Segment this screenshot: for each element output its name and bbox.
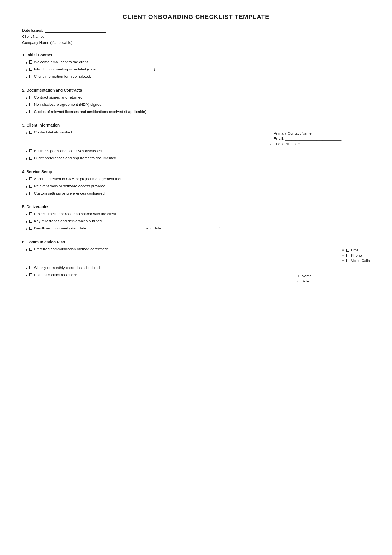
sections-container: 1. Initial Contact•Welcome email sent to…: [22, 53, 370, 284]
list-item: •Custom settings or preferences configur…: [22, 191, 370, 197]
sub-item-text: Email: ___________________________: [274, 137, 341, 141]
section-5: 5. Deliverables•Project timeline or road…: [22, 205, 370, 232]
sub-checkbox-icon[interactable]: [346, 259, 349, 262]
bullet-icon: •: [26, 75, 27, 80]
section-4-list: •Account created in CRM or project manag…: [22, 177, 370, 197]
bullet-icon: •: [26, 130, 27, 136]
list-item: •Client preferences and requirements doc…: [22, 156, 370, 162]
list-item: •Weekly or monthly check-ins scheduled.: [22, 266, 370, 271]
bullet-icon: •: [26, 247, 27, 253]
checkbox-icon[interactable]: [29, 273, 32, 276]
bullet-icon: •: [26, 219, 27, 224]
item-text: Custom settings or preferences configure…: [34, 191, 370, 195]
list-item: •Introduction meeting scheduled (date: _…: [22, 67, 370, 73]
company-name-field: Company Name (if applicable):: [22, 41, 370, 45]
page-title: CLIENT ONBOARDING CHECKLIST TEMPLATE: [22, 13, 370, 21]
list-item: •Key milestones and deliverables outline…: [22, 219, 370, 224]
sub-items-list: ○Email○Phone○Video Calls: [337, 248, 370, 264]
section-5-title: 5. Deliverables: [22, 205, 370, 209]
list-item: •Project timeline or roadmap shared with…: [22, 212, 370, 217]
sub-item-text: Phone: [351, 253, 362, 258]
bullet-icon: •: [26, 149, 27, 154]
section-5-list: •Project timeline or roadmap shared with…: [22, 212, 370, 232]
sub-list-item: ○Phone: [337, 253, 370, 258]
sub-item-text: Email: [351, 248, 360, 252]
list-item: •Business goals and objectives discussed…: [22, 149, 370, 154]
bullet-icon: •: [26, 177, 27, 182]
item-text: Weekly or monthly check-ins scheduled.: [34, 266, 370, 270]
sub-items-list: ○Name: ___________________________○Role:…: [292, 274, 370, 284]
bullet-icon: •: [26, 191, 27, 197]
section-2: 2. Documentation and Contracts•Contract …: [22, 88, 370, 115]
section-4: 4. Service Setup•Account created in CRM …: [22, 170, 370, 197]
checkbox-icon[interactable]: [29, 75, 32, 78]
checkbox-icon[interactable]: [29, 192, 32, 195]
checkbox-icon[interactable]: [29, 266, 32, 269]
list-item: •Non-disclosure agreement (NDA) signed.: [22, 102, 370, 108]
list-item: •Client information form completed.: [22, 74, 370, 80]
section-1: 1. Initial Contact•Welcome email sent to…: [22, 53, 370, 80]
item-text: Welcome email sent to the client.: [34, 60, 370, 64]
item-text: Project timeline or roadmap shared with …: [34, 212, 370, 216]
item-text: Non-disclosure agreement (NDA) signed.: [34, 102, 370, 107]
bullet-icon: •: [26, 212, 27, 217]
checkbox-icon[interactable]: [29, 177, 32, 180]
checkbox-icon[interactable]: [29, 248, 32, 251]
checkbox-icon[interactable]: [29, 96, 32, 99]
sub-item-text: Video Calls: [351, 259, 370, 263]
sub-bullet-icon: ○: [269, 137, 271, 140]
item-text: Deadlines confirmed (start date: _______…: [34, 226, 370, 230]
section-6-title: 6. Communication Plan: [22, 240, 370, 244]
sub-item-text: Primary Contact Name: __________________…: [274, 131, 370, 135]
sub-bullet-icon: ○: [342, 248, 344, 252]
checkbox-icon[interactable]: [29, 103, 32, 106]
item-text: Copies of relevant licenses and certific…: [34, 110, 370, 114]
section-1-list: •Welcome email sent to the client.•Intro…: [22, 60, 370, 80]
item-text: Introduction meeting scheduled (date: __…: [34, 67, 370, 71]
section-3: 3. Client Information•Contact details ve…: [22, 123, 370, 162]
sub-bullet-icon: ○: [297, 279, 299, 283]
list-item: •Contact details verified:○Primary Conta…: [22, 130, 370, 147]
list-item: •Deadlines confirmed (start date: ______…: [22, 226, 370, 232]
sub-list-item: ○Email: ___________________________: [264, 137, 370, 141]
item-text: Account created in CRM or project manage…: [34, 177, 370, 181]
checkbox-icon[interactable]: [29, 149, 32, 152]
sub-checkbox-icon[interactable]: [346, 254, 349, 257]
sub-bullet-icon: ○: [342, 253, 344, 257]
sub-list-item: ○Role: ___________________________: [292, 279, 370, 283]
section-6: 6. Communication Plan•Preferred communic…: [22, 240, 370, 284]
section-3-title: 3. Client Information: [22, 123, 370, 127]
checkbox-icon[interactable]: [29, 185, 32, 188]
header-fields: Date Issued: Client Name: Company Name (…: [22, 28, 370, 45]
item-text: Business goals and objectives discussed.: [34, 149, 370, 153]
bullet-icon: •: [26, 273, 27, 278]
checkbox-icon[interactable]: [29, 220, 32, 223]
checkbox-icon[interactable]: [29, 212, 32, 215]
sub-bullet-icon: ○: [269, 131, 271, 135]
item-text: Contract signed and returned.: [34, 95, 370, 99]
item-text: Point of contact assigned:: [34, 273, 292, 277]
sub-checkbox-icon[interactable]: [346, 249, 349, 252]
checkbox-icon[interactable]: [29, 110, 32, 113]
section-2-title: 2. Documentation and Contracts: [22, 88, 370, 92]
checkbox-icon[interactable]: [29, 131, 32, 134]
list-item: •Copies of relevant licenses and certifi…: [22, 110, 370, 115]
sub-list-item: ○Email: [337, 248, 370, 252]
bullet-icon: •: [26, 110, 27, 115]
client-name-field: Client Name:: [22, 34, 370, 39]
item-text: Client information form completed.: [34, 74, 370, 79]
item-text: Preferred communication method confirmed…: [34, 247, 337, 251]
bullet-icon: •: [26, 156, 27, 162]
sub-bullet-icon: ○: [297, 274, 299, 278]
checkbox-icon[interactable]: [29, 157, 32, 160]
list-item: •Contract signed and returned.: [22, 95, 370, 101]
item-text: Contact details verified:: [34, 130, 264, 134]
checkbox-icon[interactable]: [29, 227, 32, 230]
sub-bullet-icon: ○: [269, 142, 271, 146]
checkbox-icon[interactable]: [29, 68, 32, 71]
section-6-list: •Preferred communication method confirme…: [22, 247, 370, 284]
checkbox-icon[interactable]: [29, 60, 32, 64]
bullet-icon: •: [26, 67, 27, 73]
item-text: Key milestones and deliverables outlined…: [34, 219, 370, 223]
sub-item-text: Name: ___________________________: [302, 274, 370, 278]
